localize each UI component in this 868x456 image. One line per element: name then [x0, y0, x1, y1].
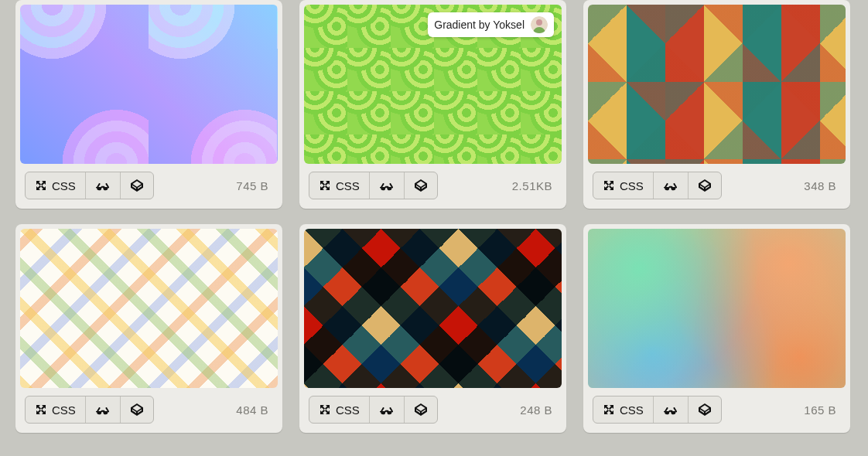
pattern-preview[interactable]	[304, 229, 562, 388]
pattern-preview[interactable]	[20, 5, 278, 164]
pattern-card: CSS 348 B	[583, 0, 850, 209]
preview-3d-button[interactable]	[370, 396, 405, 423]
expand-icon	[35, 403, 47, 416]
codepen-button[interactable]	[121, 172, 153, 199]
css-button[interactable]: CSS	[26, 396, 86, 423]
card-footer: CSS 2.51KB	[304, 164, 562, 204]
button-group: CSS	[25, 172, 154, 199]
css-label: CSS	[620, 403, 644, 417]
pattern-card: CSS 165 B	[583, 224, 850, 433]
preview-3d-button[interactable]	[654, 396, 689, 423]
card-footer: CSS 348 B	[588, 164, 846, 204]
file-size: 348 B	[804, 179, 841, 192]
codepen-icon	[698, 179, 712, 192]
glasses-icon	[379, 404, 395, 415]
file-size: 484 B	[236, 403, 273, 417]
codepen-icon	[130, 403, 144, 417]
glasses-icon	[663, 404, 678, 415]
file-size: 165 B	[804, 403, 841, 417]
expand-icon	[603, 179, 615, 192]
file-size: 2.51KB	[512, 179, 557, 192]
button-group: CSS	[25, 396, 154, 424]
codepen-button[interactable]	[405, 396, 437, 423]
css-label: CSS	[336, 403, 360, 417]
codepen-button[interactable]	[689, 172, 721, 199]
css-button[interactable]: CSS	[309, 396, 370, 423]
preview-3d-button[interactable]	[370, 172, 405, 199]
pattern-card: CSS 745 B	[15, 0, 282, 209]
codepen-button[interactable]	[121, 396, 153, 423]
pattern-card: CSS 248 B	[299, 224, 566, 433]
codepen-button[interactable]	[689, 396, 721, 423]
card-footer: CSS 484 B	[20, 388, 278, 428]
codepen-icon	[130, 179, 144, 192]
tooltip-text: Gradient by Yoksel	[434, 19, 525, 31]
pattern-card: Gradient by Yoksel CSS 2.51KB	[299, 0, 566, 209]
svg-point-1	[536, 19, 542, 26]
glasses-icon	[379, 180, 395, 191]
pattern-preview[interactable]: Gradient by Yoksel	[304, 5, 562, 164]
button-group: CSS	[593, 396, 722, 424]
pattern-preview[interactable]	[588, 5, 846, 164]
file-size: 745 B	[236, 179, 273, 192]
css-button[interactable]: CSS	[26, 172, 86, 199]
expand-icon	[319, 179, 331, 192]
pattern-card: CSS 484 B	[15, 224, 282, 433]
codepen-icon	[414, 403, 428, 417]
css-label: CSS	[52, 403, 76, 417]
button-group: CSS	[593, 172, 722, 199]
css-label: CSS	[336, 179, 360, 192]
preview-3d-button[interactable]	[86, 396, 121, 423]
preview-3d-button[interactable]	[86, 172, 121, 199]
expand-icon	[603, 403, 615, 416]
preview-3d-button[interactable]	[654, 172, 689, 199]
pattern-preview[interactable]	[20, 229, 278, 388]
css-button[interactable]: CSS	[593, 396, 654, 423]
glasses-icon	[95, 180, 111, 191]
glasses-icon	[95, 404, 111, 415]
css-label: CSS	[52, 179, 76, 192]
author-tooltip: Gradient by Yoksel	[428, 12, 554, 37]
file-size: 248 B	[520, 403, 557, 417]
css-label: CSS	[620, 179, 644, 192]
css-button[interactable]: CSS	[309, 172, 370, 199]
expand-icon	[319, 403, 331, 416]
card-footer: CSS 165 B	[588, 388, 846, 428]
glasses-icon	[663, 180, 678, 191]
card-footer: CSS 248 B	[304, 388, 562, 428]
button-group: CSS	[309, 172, 438, 199]
codepen-button[interactable]	[405, 172, 437, 199]
pattern-preview[interactable]	[588, 229, 846, 388]
avatar	[531, 16, 548, 33]
codepen-icon	[414, 179, 428, 192]
button-group: CSS	[309, 396, 438, 424]
expand-icon	[35, 179, 47, 192]
css-button[interactable]: CSS	[593, 172, 654, 199]
card-footer: CSS 745 B	[20, 164, 278, 204]
codepen-icon	[698, 403, 712, 417]
